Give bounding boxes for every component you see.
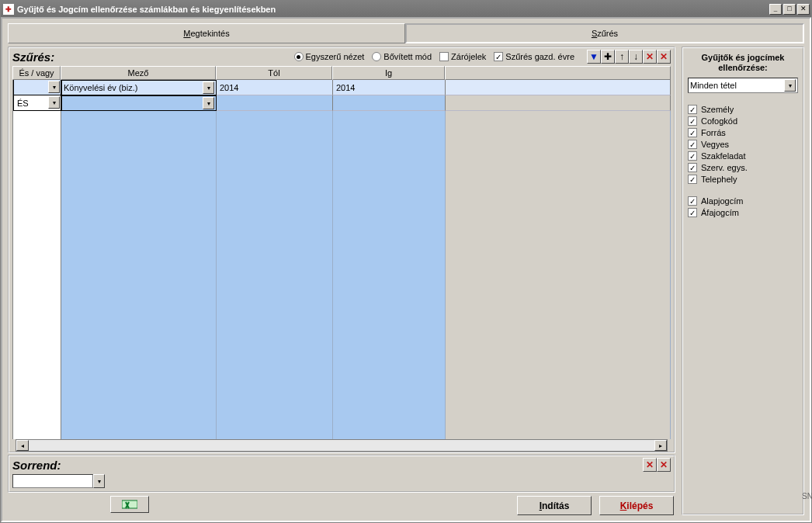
col-header-field[interactable]: Mező	[61, 66, 216, 80]
col-header-to[interactable]: Ig	[332, 66, 445, 80]
tab-view[interactable]: Megtekintés	[8, 23, 405, 43]
chevron-down-icon[interactable]: ▾	[48, 96, 60, 109]
cell-rest	[446, 80, 671, 95]
client-area: Megtekintés Szűrés Szűrés: Egyszerű néze…	[1, 17, 811, 522]
col-header-rest	[445, 66, 671, 80]
radio-icon	[372, 52, 381, 61]
checkbox-icon	[688, 175, 697, 184]
check-group-b: Alapjogcím Áfajogcím	[688, 194, 798, 220]
grid-row[interactable]: ▾ Könyvelési év (biz.) ▾ 2014 2014	[13, 80, 671, 95]
toolbar-move-up-button[interactable]: ↑	[615, 50, 629, 64]
radio-icon	[294, 52, 304, 61]
order-title: Sorrend:	[12, 459, 638, 472]
order-delete-button[interactable]: ✕	[643, 458, 657, 472]
toolbar-delete-all-button[interactable]: ✕	[657, 50, 671, 64]
tab-bar: Megtekintés Szűrés	[8, 23, 804, 43]
check-forras[interactable]: Forrás	[688, 128, 798, 137]
check-group-a: Személy Cofogkód Forrás Vegyes Szakfelad…	[688, 102, 798, 186]
col-header-from[interactable]: Tól	[216, 66, 332, 80]
app-window: ✚ Gyűjtő és Jogcím ellenőrzése számlákba…	[0, 0, 812, 523]
check-szerv-egys[interactable]: Szerv. egys.	[688, 163, 798, 172]
order-delete-all-button[interactable]: ✕	[657, 458, 671, 472]
grid-row[interactable]: ÉS ▾ ▾	[13, 95, 671, 111]
window-title: Gyűjtő és Jogcím ellenőrzése számlákban …	[17, 5, 276, 14]
checkbox-icon	[688, 116, 697, 126]
checkbox-icon	[439, 52, 449, 61]
titlebar: ✚ Gyűjtő és Jogcím ellenőrzése számlákba…	[1, 1, 811, 17]
cell-from[interactable]: 2014	[217, 80, 333, 95]
filter-toolbar: ▼ ✚ ↑ ↓ ✕ ✕	[587, 50, 671, 64]
toolbar-add-button[interactable]: ✚	[601, 50, 615, 64]
cell-to[interactable]	[333, 95, 446, 111]
toolbar-dropdown-icon[interactable]: ▼	[587, 50, 601, 64]
checkbox-icon	[688, 128, 697, 137]
filter-panel: Szűrés: Egyszerű nézet Bővített mód Záró…	[8, 47, 675, 453]
checkbox-icon	[688, 140, 697, 149]
scroll-left-icon[interactable]: ◂	[16, 440, 29, 451]
checkbox-icon	[688, 196, 697, 206]
check-szemely[interactable]: Személy	[688, 105, 798, 114]
maximize-button[interactable]: □	[783, 4, 796, 15]
start-button[interactable]: Indítás	[517, 496, 592, 515]
check-afajogcim[interactable]: Áfajogcím	[688, 208, 798, 217]
tab-filter[interactable]: Szűrés	[405, 23, 804, 43]
excel-export-button[interactable]	[110, 496, 149, 513]
cell-from[interactable]	[217, 95, 333, 111]
checkbox-icon	[688, 208, 697, 217]
toolbar-move-down-button[interactable]: ↓	[629, 50, 643, 64]
check-szakfeladat[interactable]: Szakfeladat	[688, 151, 798, 161]
check-telephely[interactable]: Telephely	[688, 175, 798, 184]
check-panel: Gyűjtők és jogcímek ellenőrzése: Minden …	[682, 47, 804, 515]
minimize-button[interactable]: _	[769, 4, 782, 15]
radio-simple-view[interactable]: Egyszerű nézet	[294, 52, 365, 61]
items-select[interactable]: Minden tétel ▾	[688, 78, 798, 93]
horizontal-scrollbar[interactable]: ◂ ▸	[16, 439, 668, 452]
app-icon: ✚	[3, 4, 14, 15]
cell-field[interactable]: Könyvelési év (biz.) ▾	[61, 80, 217, 95]
col-header-andor[interactable]: És / vagy	[12, 66, 61, 80]
chevron-down-icon[interactable]: ▾	[203, 81, 214, 94]
toolbar-delete-button[interactable]: ✕	[643, 50, 657, 64]
cell-andor[interactable]: ÉS ▾	[13, 95, 61, 111]
cell-rest	[446, 95, 671, 111]
checkbox-icon	[688, 163, 697, 172]
check-vegyes[interactable]: Vegyes	[688, 140, 798, 149]
check-panel-title: Gyűjtők és jogcímek ellenőrzése:	[688, 53, 798, 73]
cell-to[interactable]: 2014	[333, 80, 446, 95]
order-input[interactable]	[12, 474, 93, 488]
chevron-down-icon[interactable]: ▾	[48, 81, 60, 93]
chevron-down-icon[interactable]: ▾	[784, 79, 796, 92]
cell-field[interactable]: ▾	[61, 95, 217, 111]
check-filter-year[interactable]: Szűrés gazd. évre	[494, 52, 574, 61]
exit-button[interactable]: Kilépés	[599, 496, 674, 515]
excel-icon	[122, 499, 137, 510]
checkbox-icon	[688, 105, 697, 114]
corner-label: SN	[802, 492, 812, 500]
filter-grid: És / vagy Mező Tól Ig ▾	[12, 66, 671, 452]
radio-advanced-mode[interactable]: Bővített mód	[372, 52, 432, 61]
scroll-right-icon[interactable]: ▸	[654, 440, 667, 451]
close-button[interactable]: ✕	[797, 4, 810, 15]
check-alapjogcim[interactable]: Alapjogcím	[688, 196, 798, 206]
chevron-down-icon[interactable]: ▾	[93, 474, 105, 488]
svg-rect-0	[122, 500, 137, 508]
check-parentheses[interactable]: Zárójelek	[439, 52, 486, 61]
check-cofogkod[interactable]: Cofogkód	[688, 116, 798, 126]
order-panel: Sorrend: ✕ ✕ ▾	[8, 455, 675, 493]
checkbox-icon	[494, 52, 503, 61]
filter-title: Szűrés:	[12, 50, 54, 64]
checkbox-icon	[688, 151, 697, 161]
chevron-down-icon[interactable]: ▾	[203, 97, 214, 109]
cell-andor[interactable]: ▾	[13, 80, 61, 95]
